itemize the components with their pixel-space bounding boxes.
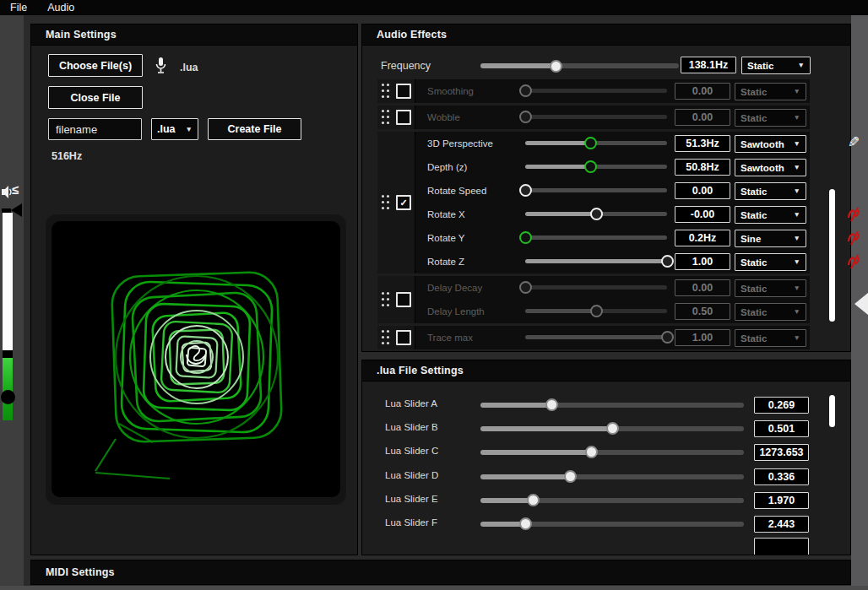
lua-value-box[interactable]: 2.443 <box>754 516 809 533</box>
effect-value-box[interactable]: 50.8Hz <box>675 159 730 176</box>
lua-value-box[interactable]: 1.970 <box>754 492 809 509</box>
effect-value-box[interactable]: -0.00 <box>675 206 730 223</box>
drag-handle-icon[interactable] <box>382 195 384 198</box>
effect-row: Delay Length0.50Static▼ <box>415 300 810 323</box>
effect-wave-dropdown[interactable]: Sawtooth▼ <box>735 159 806 176</box>
close-file-button[interactable]: Close File <box>48 86 143 109</box>
effect-enable-checkbox[interactable] <box>396 330 411 345</box>
effect-group-rows: Smoothing0.00Static▼ <box>415 79 810 103</box>
effect-group-controls-cell <box>377 79 415 103</box>
effect-wave-dropdown[interactable]: Static▼ <box>735 206 806 224</box>
effect-value-box[interactable]: 0.50 <box>675 303 730 320</box>
lua-value-box[interactable]: 1273.653 <box>754 444 809 461</box>
spin-animation-icon[interactable] <box>847 230 862 246</box>
effect-wave-dropdown[interactable]: Sine▼ <box>735 230 806 247</box>
lua-slider-thumb[interactable] <box>527 494 540 506</box>
edit-pencil-icon[interactable]: ✎ <box>848 133 860 151</box>
frequency-wave-dropdown[interactable]: Static ▼ <box>741 57 811 74</box>
menu-file[interactable]: File <box>0 0 37 15</box>
effects-scrollbar[interactable] <box>829 189 835 322</box>
effect-wave-dropdown[interactable]: Static▼ <box>735 303 806 321</box>
drag-handle-icon[interactable] <box>382 110 384 112</box>
effect-slider-track[interactable] <box>525 285 667 290</box>
main-settings-header: Main Settings <box>31 24 357 46</box>
effect-slider-thumb[interactable] <box>519 231 532 244</box>
effect-wave-dropdown[interactable]: Sawtooth▼ <box>735 135 806 153</box>
effect-value-box[interactable]: 51.3Hz <box>675 135 730 152</box>
effect-slider-track[interactable] <box>525 259 667 263</box>
lua-scrollbar[interactable] <box>829 395 835 427</box>
effect-group-rows: Trace max1.00Static▼ <box>415 326 810 349</box>
effect-slider-thumb[interactable] <box>584 160 597 173</box>
lua-slider-track[interactable] <box>480 474 744 479</box>
effect-slider-thumb[interactable] <box>519 184 532 197</box>
effect-wave-dropdown[interactable]: Static▼ <box>735 109 806 127</box>
effect-enable-checkbox[interactable] <box>396 195 411 210</box>
effect-row: Rotate X-0.00Static▼ <box>415 203 810 226</box>
main-settings-title: Main Settings <box>31 29 117 41</box>
lua-slider-next-value-box-partial[interactable] <box>754 538 809 555</box>
create-file-button[interactable]: Create File <box>208 118 301 140</box>
microphone-icon[interactable] <box>155 57 167 75</box>
effect-value-box[interactable]: 0.00 <box>675 109 730 126</box>
effect-slider-track[interactable] <box>525 115 667 119</box>
lua-slider-thumb[interactable] <box>585 446 598 458</box>
frequency-value-box[interactable]: 138.1Hz <box>681 57 736 73</box>
lua-value-box[interactable]: 0.336 <box>754 468 809 485</box>
effect-wave-dropdown[interactable]: Static▼ <box>735 253 806 271</box>
lua-slider-track[interactable] <box>480 498 744 503</box>
drag-handle-icon[interactable] <box>382 292 384 295</box>
effect-value-box[interactable]: 0.2Hz <box>675 230 730 246</box>
effect-value-box[interactable]: 0.00 <box>675 83 730 100</box>
lua-slider-track[interactable] <box>480 450 744 455</box>
effect-slider-track[interactable] <box>525 235 667 240</box>
menu-audio[interactable]: Audio <box>37 0 84 15</box>
effect-slider-thumb[interactable] <box>661 331 674 344</box>
drag-handle-icon[interactable] <box>382 84 384 86</box>
panel-collapse-arrow[interactable] <box>854 293 868 315</box>
effect-wave-dropdown[interactable]: Static▼ <box>735 83 806 100</box>
effect-value-box[interactable]: 1.00 <box>675 329 730 346</box>
lua-slider-track[interactable] <box>480 403 744 408</box>
effect-wave-dropdown[interactable]: Static▼ <box>735 279 806 297</box>
effect-slider-track[interactable] <box>525 335 667 339</box>
effect-enable-checkbox[interactable] <box>396 292 411 307</box>
effect-group-rows: Delay Decay0.00Static▼Delay Length0.50St… <box>415 276 810 323</box>
effect-slider-thumb[interactable] <box>519 84 532 97</box>
effect-wave-dropdown[interactable]: Static▼ <box>735 182 806 200</box>
effect-value-box[interactable]: 0.00 <box>675 182 730 199</box>
spin-animation-icon[interactable] <box>847 253 862 270</box>
midi-settings-bar[interactable]: MIDI Settings <box>30 560 851 585</box>
choose-files-button[interactable]: Choose File(s) <box>48 54 143 77</box>
lua-slider-thumb[interactable] <box>606 422 619 435</box>
lua-slider-thumb[interactable] <box>564 470 577 483</box>
volume-meter-track[interactable] <box>3 213 13 350</box>
effect-value-box[interactable]: 1.00 <box>675 253 730 270</box>
effect-row-label: Smoothing <box>427 86 474 96</box>
frequency-slider-track[interactable] <box>480 63 679 68</box>
spin-animation-icon[interactable] <box>847 206 862 223</box>
effect-slider-thumb[interactable] <box>661 255 674 268</box>
lua-value-box[interactable]: 0.269 <box>754 397 809 414</box>
effect-slider-track[interactable] <box>525 188 667 192</box>
lua-slider-thumb[interactable] <box>519 517 532 530</box>
effect-slider-thumb[interactable] <box>519 281 532 294</box>
effect-value-box[interactable]: 0.00 <box>675 279 730 296</box>
effect-enable-checkbox[interactable] <box>396 110 411 125</box>
effect-slider-thumb[interactable] <box>590 305 603 317</box>
effect-slider-thumb[interactable] <box>519 111 532 123</box>
drag-handle-icon[interactable] <box>382 330 384 333</box>
chevron-down-icon: ▼ <box>794 308 800 316</box>
effect-enable-checkbox[interactable] <box>396 84 411 99</box>
filename-input[interactable] <box>48 118 142 140</box>
effect-wave-dropdown[interactable]: Static▼ <box>735 329 806 347</box>
frequency-slider-thumb[interactable] <box>550 60 562 73</box>
lua-slider-thumb[interactable] <box>545 398 558 411</box>
effect-slider-track[interactable] <box>525 89 667 93</box>
extension-dropdown[interactable]: .lua ▼ <box>151 118 198 140</box>
trace-ring <box>160 321 232 392</box>
effect-slider-thumb[interactable] <box>584 137 597 149</box>
effect-slider-thumb[interactable] <box>590 208 603 220</box>
lua-value-box[interactable]: 0.501 <box>754 420 809 437</box>
volume-thumb[interactable] <box>1 390 15 404</box>
